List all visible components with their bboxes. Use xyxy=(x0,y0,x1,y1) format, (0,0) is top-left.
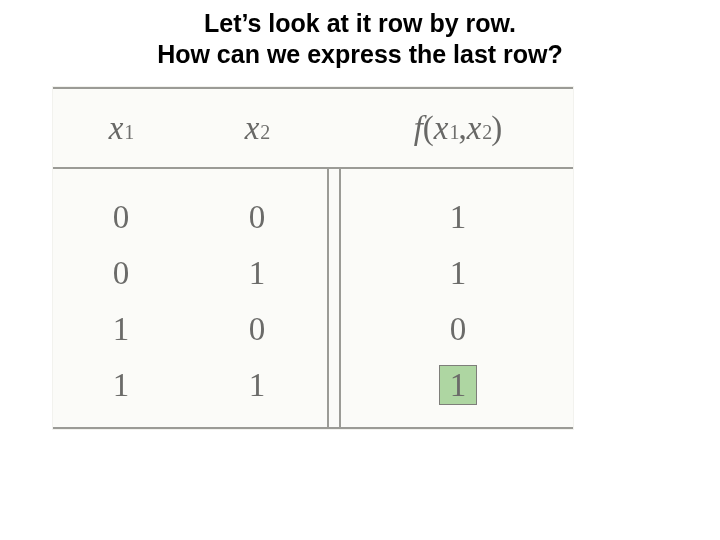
header-f-arg2-var: x xyxy=(467,110,482,147)
header-x2-var: x xyxy=(245,110,260,147)
cell-x2: 1 xyxy=(189,357,325,413)
cell-f-value: 1 xyxy=(450,367,467,404)
cell-f: 0 xyxy=(343,301,573,357)
vertical-rule xyxy=(327,169,341,427)
header-x2: x2 xyxy=(189,110,325,147)
cell-f: 1 xyxy=(343,189,573,245)
table-row: 1 0 xyxy=(53,301,325,357)
cell-f: 1 xyxy=(343,245,573,301)
table-row: 0 xyxy=(343,301,573,357)
header-f-arg1-sub: 1 xyxy=(449,121,459,144)
table-row: 1 xyxy=(343,357,573,413)
truth-table: x1 x2 f(x1, x2) 0 0 0 xyxy=(52,86,574,430)
cell-x2: 1 xyxy=(189,245,325,301)
cell-x2: 0 xyxy=(189,189,325,245)
header-f-open: ( xyxy=(423,110,434,147)
cell-x1: 1 xyxy=(53,357,189,413)
table-row: 0 1 xyxy=(53,245,325,301)
table-row: 1 xyxy=(343,189,573,245)
header-f: f(x1, x2) xyxy=(343,110,573,147)
slide: Let’s look at it row by row. How can we … xyxy=(0,0,720,540)
cell-x1: 0 xyxy=(53,245,189,301)
header-f-close: ) xyxy=(491,110,502,147)
slide-title: Let’s look at it row by row. How can we … xyxy=(0,0,720,71)
cell-f-highlighted: 1 xyxy=(343,357,573,413)
header-x2-sub: 2 xyxy=(260,121,270,144)
title-line-2: How can we express the last row? xyxy=(157,40,563,68)
table-body-wrapper: 0 0 0 1 1 0 1 1 xyxy=(53,169,573,427)
header-x1-sub: 1 xyxy=(124,121,134,144)
header-x1-var: x xyxy=(109,110,124,147)
table-header: x1 x2 f(x1, x2) xyxy=(53,89,573,167)
cell-x1: 0 xyxy=(53,189,189,245)
rule-bottom xyxy=(53,427,573,429)
highlight-box: 1 xyxy=(439,365,477,405)
title-line-1: Let’s look at it row by row. xyxy=(204,9,516,37)
header-f-arg1-var: x xyxy=(434,110,449,147)
table-row: 1 xyxy=(343,245,573,301)
header-x1: x1 xyxy=(53,110,189,147)
table-row: 1 1 xyxy=(53,357,325,413)
cell-x2: 0 xyxy=(189,301,325,357)
header-f-comma: , xyxy=(458,110,466,147)
table-row: 0 0 xyxy=(53,189,325,245)
header-f-arg2-sub: 2 xyxy=(482,121,492,144)
header-f-name: f xyxy=(414,110,423,147)
cell-x1: 1 xyxy=(53,301,189,357)
